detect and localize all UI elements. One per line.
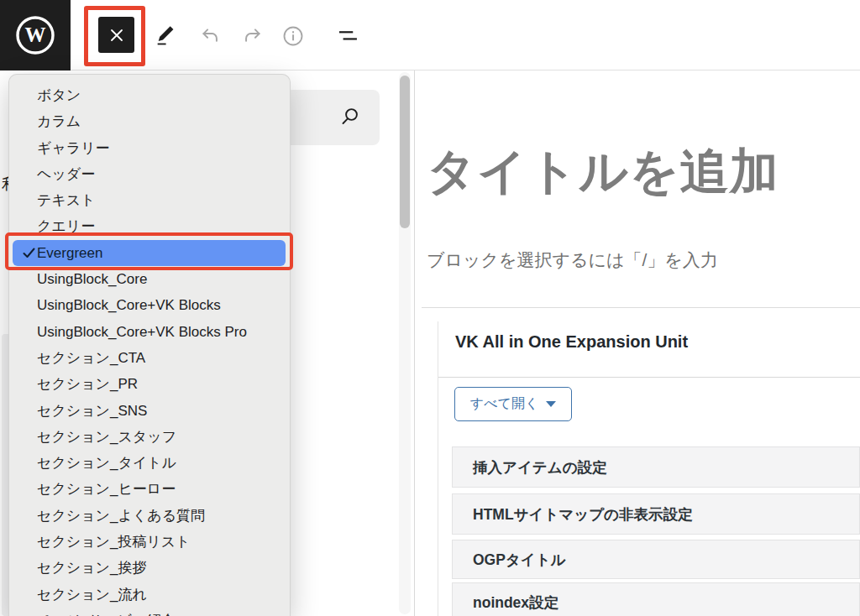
menu-item[interactable]: セクション_流れ — [9, 582, 290, 608]
block-category-menu: ボタン カラム ギャラリー ヘッダー テキスト クエリー Evergreen U… — [8, 74, 291, 616]
metabox-left-border — [438, 321, 438, 616]
menu-item[interactable]: UsingBlock_Core+VK Blocks Pro — [9, 319, 290, 345]
menu-item[interactable]: セクション_スタッフ — [9, 424, 290, 450]
menu-item[interactable]: セクション_CTA — [9, 345, 290, 371]
wordpress-logo[interactable]: W — [0, 0, 71, 70]
menu-item[interactable]: セクション_挨拶 — [9, 555, 290, 581]
document-overview-icon — [337, 24, 360, 48]
accordion-row-ogp-title[interactable]: OGPタイトル — [452, 540, 860, 579]
menu-item[interactable]: クエリー — [9, 213, 290, 239]
wordpress-logo-icon: W — [14, 14, 56, 56]
menu-item[interactable]: セクション_SNS — [9, 398, 290, 424]
block-appender[interactable]: ブロックを選択するには「/」を入力 — [427, 248, 718, 272]
undo-icon — [198, 24, 222, 48]
open-all-button[interactable]: すべて開く — [454, 387, 572, 421]
accordion-row-noindex[interactable]: noindex設定 — [452, 582, 860, 616]
post-title-input[interactable]: タイトルを追加 — [427, 139, 779, 205]
content-separator — [422, 307, 860, 308]
redo-icon — [241, 24, 265, 48]
accordion-row-insert-items[interactable]: 挿入アイテムの設定 — [452, 446, 860, 488]
inserter-scrollbar-thumb[interactable] — [400, 76, 410, 228]
accordion-label: OGPタイトル — [473, 550, 566, 570]
document-info-button[interactable] — [281, 24, 305, 48]
editor-canvas: タイトルを追加 ブロックを選択するには「/」を入力 VK All in One … — [415, 70, 860, 616]
menu-item[interactable]: ボタン — [9, 82, 290, 108]
menu-item-label: Evergreen — [37, 245, 102, 261]
menu-item[interactable]: ギャラリー — [9, 135, 290, 161]
menu-item[interactable]: ヘッダー — [9, 161, 290, 187]
menu-item[interactable]: セクション_よくある質問 — [9, 503, 290, 529]
pencil-icon — [154, 24, 177, 48]
close-icon — [109, 28, 124, 43]
accordion-label: HTMLサイトマップの非表示設定 — [473, 504, 692, 525]
checkmark-icon — [22, 246, 36, 260]
accordion-row-html-sitemap[interactable]: HTMLサイトマップの非表示設定 — [452, 493, 860, 535]
menu-item[interactable]: UsingBlock_Core+VK Blocks — [9, 292, 290, 318]
accordion-label: noindex設定 — [473, 593, 558, 613]
close-inserter-button[interactable] — [98, 17, 134, 53]
menu-item[interactable]: ページ_サービス紹介 — [9, 608, 290, 616]
accordion-label: 挿入アイテムの設定 — [473, 457, 607, 478]
metabox-divider — [438, 377, 860, 378]
menu-item[interactable]: カラム — [9, 108, 290, 134]
editor-toolbar: W — [0, 0, 860, 70]
menu-item-evergreen[interactable]: Evergreen — [13, 240, 286, 266]
menu-item[interactable]: セクション_PR — [9, 371, 290, 397]
metabox-title: VK All in One Expansion Unit — [455, 332, 688, 352]
inserter-scrollbar-track[interactable] — [399, 72, 411, 614]
menu-item[interactable]: テキスト — [9, 187, 290, 213]
document-overview-button[interactable] — [337, 24, 360, 48]
redo-button[interactable] — [241, 24, 265, 48]
undo-button[interactable] — [198, 24, 222, 48]
menu-item[interactable]: セクション_ヒーロー — [9, 476, 290, 502]
info-icon — [281, 24, 305, 48]
svg-text:W: W — [25, 23, 46, 46]
search-icon — [338, 106, 361, 129]
open-all-label: すべて開く — [470, 395, 539, 413]
edit-tool-button[interactable] — [154, 24, 177, 48]
menu-item[interactable]: セクション_タイトル — [9, 450, 290, 476]
chevron-down-icon — [546, 401, 556, 407]
menu-item[interactable]: UsingBlock_Core — [9, 266, 290, 292]
menu-item[interactable]: セクション_投稿リスト — [9, 529, 290, 555]
wordpress-block-editor: W — [0, 0, 860, 616]
search-input[interactable] — [277, 90, 380, 145]
